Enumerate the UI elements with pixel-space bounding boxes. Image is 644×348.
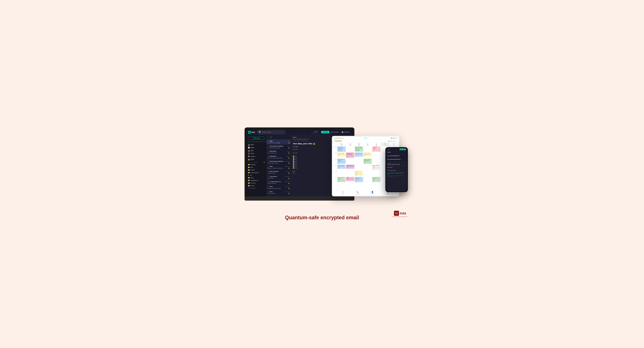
- tab-emails[interactable]: ✉ Emails: [321, 131, 329, 133]
- email-item-4[interactable]: Green Home Solutions yesterday Solar ins…: [266, 160, 291, 165]
- sidebar-item-sent[interactable]: 📤 Sent: [246, 149, 266, 152]
- event-soccer[interactable]: Henry soccer practice5:00 PM - 6:05 PM: [355, 177, 363, 182]
- email-item-8[interactable]: johnright@tutamail.com yesterday Flight …: [266, 180, 291, 185]
- email-checkbox-9[interactable]: [267, 186, 269, 188]
- email-checkbox-11[interactable]: [267, 196, 269, 196]
- email-checkbox-10[interactable]: [267, 191, 269, 193]
- email-checkbox-8[interactable]: [267, 181, 269, 182]
- folder-invoices[interactable]: 📁 Invoices: [246, 182, 266, 184]
- email-checkbox-2[interactable]: [267, 150, 269, 152]
- event-business-lunch[interactable]: Business lunch @ The Harp1:00 PM - 3:00 …: [346, 152, 354, 158]
- cell-tue-3[interactable]: Meeting with Joe3:00 PM - 4:00 PM: [346, 165, 355, 171]
- sidebar-item-drafts[interactable]: 📄 Drafts: [246, 146, 266, 149]
- cal-week-view[interactable]: ≡: [390, 140, 392, 142]
- folder-work[interactable]: 📁 Work: [246, 176, 266, 179]
- sender-dropdown-icon[interactable]: ▾: [308, 138, 309, 140]
- cell-thu-1[interactable]: Pick up Henry1:00 PM - 3:30 PM: [364, 152, 372, 158]
- email-item-0[interactable]: Alice 11:08 Your data, your rules 🔒 🔒: [266, 139, 291, 144]
- email-item-7[interactable]: Linus Bronx yesterday Lilly's results 🔒: [266, 175, 291, 180]
- cell-tue-5[interactable]: Piano5:00 PM - 6:00 PM: [346, 177, 355, 183]
- folder-applications[interactable]: 📁 Applications: [246, 179, 266, 182]
- email-item-11[interactable]: Tuta Team yesterday Discover the Power o…: [266, 195, 291, 196]
- cell-thu-2[interactable]: Henry's dentist appointment2:00 PM - 3:0…: [364, 159, 372, 165]
- email-checkbox-1[interactable]: [267, 145, 269, 147]
- edit-folders-icon[interactable]: ✏️: [264, 162, 265, 163]
- event-pickup-henry-thu[interactable]: Pick up Henry1:00 PM - 3:30 PM: [364, 152, 372, 157]
- email-item-3[interactable]: Rob Brown 08:58 ANC Conference Japan 202…: [266, 155, 291, 160]
- cell-mon-4[interactable]: [337, 171, 346, 177]
- tab-calendar[interactable]: 📅 Calendar: [340, 131, 351, 133]
- email-checkbox-4[interactable]: [267, 160, 269, 162]
- event-interview-alexa[interactable]: Interview with Alexa The Harp12:00 PM - …: [355, 146, 363, 152]
- cell-fri-2[interactable]: [372, 159, 381, 165]
- cell-mon-2[interactable]: Project pitch meeting2:00 PM - 2:30 PM: [337, 159, 346, 165]
- event-new-contracts[interactable]: New contracts due3:00 PM - 3:30 PM: [372, 165, 380, 170]
- tablet-nav-search[interactable]: 🔍 Search: [356, 191, 359, 194]
- cal-add-event[interactable]: +: [395, 140, 397, 142]
- cell-tue-1[interactable]: Business lunch @ The Harp1:00 PM - 3:00 …: [346, 152, 355, 158]
- cell-wed-12[interactable]: Interview with Alexa The Harp12:00 PM - …: [355, 146, 364, 152]
- select-all-checkbox[interactable]: [267, 136, 269, 138]
- event-pitch-meeting[interactable]: Project pitch meeting2:00 PM - 2:30 PM: [337, 159, 346, 164]
- cell-fri-12[interactable]: ✓ Weekly Report12:00 PM - 1:30 PM: [372, 146, 381, 152]
- event-collect-henry[interactable]: Collect Henry from...4:00 PM - 5:00 PM: [355, 171, 363, 176]
- folder-travel[interactable]: 📁 Travel: [246, 184, 266, 187]
- email-item-10[interactable]: Alice yesterday Project updates 🔒: [266, 190, 291, 195]
- sidebar-item-spam[interactable]: ⚠️ Spam: [246, 158, 266, 161]
- email-item-6[interactable]: Harry Johnson yesterday Health checkup 🔒: [266, 170, 291, 175]
- cell-fri-4[interactable]: [372, 171, 381, 177]
- event-meeting-joe[interactable]: Meeting with Joe3:00 PM - 4:00 PM: [346, 165, 354, 169]
- folder-private[interactable]: 📁 Private: [246, 169, 266, 171]
- cell-wed-1[interactable]: Team catch up1:00 PM - 3:00 PM: [355, 152, 364, 158]
- event-karate-mon[interactable]: Henry karate class5:00 PM - 6:00 PM: [337, 177, 346, 182]
- cal-month-view[interactable]: ⊞: [393, 140, 395, 142]
- tablet-nav-contacts[interactable]: 👤 Contacts: [370, 191, 374, 194]
- sidebar-item-archive[interactable]: 📦 Archive: [246, 155, 266, 158]
- cell-wed-3[interactable]: [355, 165, 364, 171]
- sidebar-item-inbox[interactable]: 📥 Inbox: [246, 143, 266, 146]
- email-checkbox-6[interactable]: [267, 171, 269, 172]
- folder-tax[interactable]: Tax: [246, 174, 266, 176]
- add-folder-button[interactable]: + Add folder: [246, 187, 266, 189]
- phone-email-0[interactable]: Brody ...: [386, 151, 407, 155]
- sidebar-item-trash[interactable]: 🗑️ Trash: [246, 152, 266, 155]
- cal-next-btn[interactable]: ›: [386, 140, 387, 142]
- event-pickup-henry-mon[interactable]: Pick up Henry1:00 PM - 3:30 PM: [337, 152, 346, 157]
- event-team-meeting[interactable]: Team meeting3:00 PM - 4:00 PM: [337, 165, 346, 169]
- search-bar[interactable]: 🔍 Search emails: [257, 130, 285, 134]
- cell-fri-1[interactable]: [372, 152, 381, 158]
- event-weekly-report[interactable]: ✓ Weekly Report12:00 PM - 1:30 PM: [372, 146, 380, 152]
- cal-month-button[interactable]: ▼ May 2024: [334, 140, 342, 142]
- event-piano[interactable]: Piano5:00 PM - 6:00 PM: [346, 177, 354, 181]
- cell-wed-4[interactable]: Collect Henry from...4:00 PM - 5:00 PM: [355, 171, 364, 177]
- email-checkbox-7[interactable]: [267, 176, 269, 177]
- cell-mon-12[interactable]: Lunch with design team12:00 PM - 12:45 P…: [337, 146, 346, 152]
- cell-fri-3[interactable]: New contracts due3:00 PM - 3:30 PM: [372, 165, 381, 171]
- email-item-1[interactable]: Green Home Solutions 11:07 Re: outsourci…: [266, 144, 291, 150]
- event-dentist[interactable]: Henry's dentist appointment2:00 PM - 3:0…: [364, 159, 372, 164]
- cell-thu-5[interactable]: [364, 177, 372, 183]
- cell-wed-5[interactable]: Henry soccer practice5:00 PM - 6:05 PM: [355, 177, 364, 183]
- new-email-button[interactable]: New email: [248, 137, 265, 140]
- cell-wed-2[interactable]: [355, 159, 364, 165]
- phone-email-2[interactable]: max.mustermann@tuta.com ...: [386, 158, 407, 162]
- email-checkbox-5[interactable]: [267, 166, 269, 167]
- cell-thu-12[interactable]: [364, 146, 372, 152]
- cell-tue-4[interactable]: [346, 171, 355, 177]
- cal-prev-btn[interactable]: ‹: [384, 140, 386, 142]
- folder-kids[interactable]: 📁 Kids: [246, 166, 266, 169]
- email-item-5[interactable]: Alice yesterday Request for deadline ext…: [266, 165, 291, 170]
- cell-tue-12[interactable]: [346, 146, 355, 152]
- phone-email-1[interactable]: Alice <alice@tutanota.de> ...: [386, 155, 407, 158]
- email-item-2[interactable]: Rob Brown 11:06 Re: Feedback talk 🔒: [266, 150, 291, 155]
- filter-icon[interactable]: ☰: [270, 136, 272, 138]
- cell-thu-3[interactable]: [364, 165, 372, 171]
- cell-mon-3[interactable]: Team meeting3:00 PM - 4:00 PM: [337, 165, 346, 171]
- event-lunch-design[interactable]: Lunch with design team12:00 PM - 12:45 P…: [337, 146, 346, 152]
- cell-mon-5[interactable]: Henry karate class5:00 PM - 6:00 PM: [337, 177, 346, 183]
- cell-tue-2[interactable]: [346, 159, 355, 165]
- cell-fri-5[interactable]: Henry karate class5:00 PM - 6:00 PM: [372, 177, 381, 183]
- phone-compose-button[interactable]: New email: [400, 149, 406, 150]
- cell-mon-1[interactable]: Pick up Henry1:00 PM - 3:30 PM: [337, 152, 346, 158]
- event-karate-fri[interactable]: Henry karate class5:00 PM - 6:00 PM: [372, 177, 380, 182]
